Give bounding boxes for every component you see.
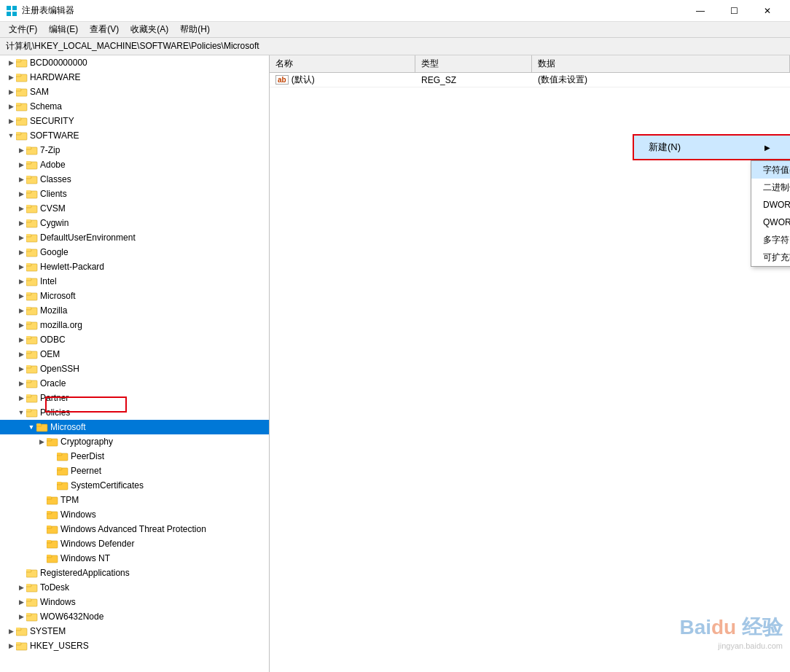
tree-item[interactable]: ▼ Microsoft xyxy=(0,420,269,434)
folder-icon xyxy=(47,509,58,520)
tree-item[interactable]: Windows Defender xyxy=(0,536,269,551)
tree-item[interactable]: ▶ Windows xyxy=(0,595,269,609)
tree-item[interactable]: ▶ Partner xyxy=(0,391,269,405)
folder-icon xyxy=(16,130,28,141)
tree-item[interactable]: ▶ Google xyxy=(0,245,269,259)
tree-label: mozilla.org xyxy=(40,320,82,330)
tree-label: Classes xyxy=(40,174,71,184)
tree-item[interactable]: Windows NT xyxy=(0,551,269,566)
tree-item[interactable]: Windows Advanced Threat Protection xyxy=(0,522,269,536)
tree-item[interactable]: ▶ Hewlett-Packard xyxy=(0,259,269,274)
tree-item[interactable]: ▶ SYSTEM xyxy=(0,624,269,638)
column-headers: 名称 类型 数据 xyxy=(270,55,790,73)
tree-item[interactable]: ▼ Policies xyxy=(0,405,269,420)
tree-item[interactable]: ▶ Cryptography xyxy=(0,434,269,449)
new-submenu-highlight[interactable]: 新建(N) ▶ 项(K) xyxy=(633,134,790,160)
tree-item[interactable]: ▶ Classes xyxy=(0,172,269,187)
tree-label: OpenSSH xyxy=(40,364,79,374)
svg-rect-2 xyxy=(7,12,11,16)
item-label[interactable]: 项(K) xyxy=(778,141,790,154)
tree-item[interactable]: PeerDist xyxy=(0,449,269,464)
tree-item[interactable]: ▶ mozilla.org xyxy=(0,318,269,332)
tree-item[interactable]: ▶ OpenSSH xyxy=(0,362,269,376)
folder-icon xyxy=(26,393,38,404)
svg-rect-3 xyxy=(12,12,17,16)
new-label[interactable]: 新建(N) xyxy=(634,141,764,154)
tree-item[interactable]: ▶ Adobe xyxy=(0,157,269,172)
submenu-arrow: ▶ xyxy=(764,144,778,152)
menu-view[interactable]: 查看(V) xyxy=(84,22,125,37)
tree-item[interactable]: ▶ HKEY_USERS xyxy=(0,638,269,653)
tree-item[interactable]: ▶ Clients xyxy=(0,187,269,201)
tree-item[interactable]: Windows xyxy=(0,507,269,522)
tree-item[interactable]: ▶ Cygwin xyxy=(0,216,269,230)
tree-item[interactable]: ▶ WOW6432Node xyxy=(0,609,269,624)
dropdown-item-4[interactable]: 多字符串值(M) xyxy=(751,231,790,249)
tree-item[interactable]: ▶ Intel xyxy=(0,274,269,289)
tree-item[interactable]: ▶ HARDWARE xyxy=(0,70,269,85)
menu-edit[interactable]: 编辑(E) xyxy=(43,22,84,37)
expand-arrow: ▼ xyxy=(16,407,26,418)
folder-icon xyxy=(26,203,38,214)
collapse-arrow: ▶ xyxy=(16,262,26,272)
svg-rect-30 xyxy=(26,176,31,178)
tree-item[interactable]: Peernet xyxy=(0,464,269,478)
maximize-button[interactable]: ☐ xyxy=(717,0,751,22)
tree-item[interactable]: ▶ 7-Zip xyxy=(0,143,269,157)
folder-icon xyxy=(26,189,38,200)
folder-icon xyxy=(26,276,38,287)
folder-icon xyxy=(16,72,28,83)
tree-item[interactable]: TPM xyxy=(0,493,269,507)
tree-item[interactable]: ▼ SOFTWARE xyxy=(0,128,269,143)
tree-item[interactable]: ▶ Microsoft xyxy=(0,289,269,303)
tree-item[interactable]: ▶ BCD00000000 xyxy=(0,55,269,70)
dropdown-item-2[interactable]: DWORD (32 位)值(D) xyxy=(751,196,790,214)
tree-label: 7-Zip xyxy=(40,145,60,155)
tree-item[interactable]: ▶ SAM xyxy=(0,85,269,99)
svg-rect-27 xyxy=(26,161,31,163)
folder-icon xyxy=(47,553,58,564)
collapse-arrow: ▶ xyxy=(6,58,16,68)
col-name[interactable]: 名称 xyxy=(270,55,415,72)
collapse-arrow: ▶ xyxy=(16,335,26,345)
close-button[interactable]: ✕ xyxy=(751,0,784,22)
folder-icon xyxy=(26,597,38,608)
svg-rect-6 xyxy=(16,59,20,61)
menu-help[interactable]: 帮助(H) xyxy=(174,22,216,37)
tree-item[interactable]: ▶ Mozilla xyxy=(0,303,269,318)
col-data[interactable]: 数据 xyxy=(532,55,790,72)
tree-item[interactable]: ▶ Oracle xyxy=(0,376,269,391)
tree-item[interactable]: ▶ DefaultUserEnvironment xyxy=(0,230,269,245)
tree-item[interactable]: RegisteredApplications xyxy=(0,566,269,580)
svg-rect-0 xyxy=(7,6,11,10)
data-row-default[interactable]: ab (默认) REG_SZ (数值未设置) xyxy=(270,73,790,87)
dropdown-item-5[interactable]: 可扩充字符串值(E) xyxy=(751,249,790,266)
tree-label: RegisteredApplications xyxy=(40,568,130,578)
svg-rect-45 xyxy=(26,249,31,251)
collapse-arrow: ▶ xyxy=(6,72,16,82)
tree-panel[interactable]: ▶ BCD00000000 ▶ HARDWARE ▶ SAM ▶ xyxy=(0,55,270,672)
dropdown-popup: 字符值(S) 二进制值(B) DWORD (32 位)值(D) QWORD (6… xyxy=(751,160,790,267)
collapse-arrow: ▶ xyxy=(6,101,16,112)
tree-item[interactable]: ▶ ODBC xyxy=(0,332,269,347)
svg-rect-60 xyxy=(26,321,31,324)
tree-label: Policies xyxy=(40,407,70,418)
tree-item[interactable]: ▶ OEM xyxy=(0,347,269,362)
tree-label: BCD00000000 xyxy=(30,58,87,68)
tree-item[interactable]: ▶ Schema xyxy=(0,99,269,114)
menu-file[interactable]: 文件(F) xyxy=(3,22,43,37)
folder-icon xyxy=(47,539,58,550)
dropdown-item-0[interactable]: 字符值(S) xyxy=(751,161,790,179)
tree-item[interactable]: ▶ SECURITY xyxy=(0,114,269,128)
menu-favorites[interactable]: 收藏夹(A) xyxy=(125,22,174,37)
col-type[interactable]: 类型 xyxy=(415,55,532,72)
folder-icon xyxy=(26,247,38,258)
dropdown-item-1[interactable]: 二进制值(B) xyxy=(751,179,790,196)
folder-icon xyxy=(26,612,38,622)
tree-item[interactable]: SystemCertificates xyxy=(0,478,269,493)
minimize-button[interactable]: — xyxy=(684,0,717,22)
dropdown-item-3[interactable]: QWORD (64 位)值(Q) xyxy=(751,214,790,231)
tree-item[interactable]: ▶ CVSM xyxy=(0,201,269,216)
tree-label: HARDWARE xyxy=(30,72,81,82)
tree-item[interactable]: ▶ ToDesk xyxy=(0,580,269,595)
